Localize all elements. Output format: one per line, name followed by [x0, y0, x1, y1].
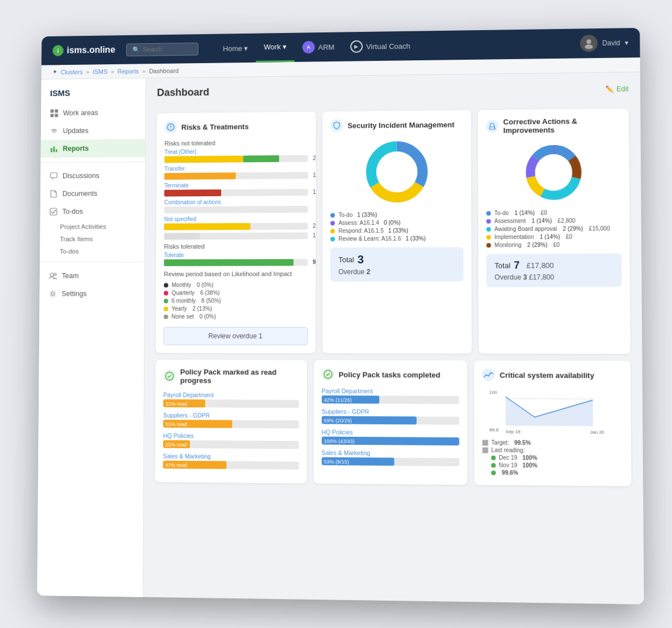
logo-icon: i: [52, 45, 63, 56]
corrective-legend: To-do1 (14%)£0 Assessment1 (14%)£2,800 A…: [486, 209, 621, 248]
nav-virtual-coach[interactable]: ▶ Virtual Coach: [342, 39, 418, 53]
sidebar-item-documents[interactable]: Documents: [40, 184, 145, 203]
nav-arm[interactable]: A ARM: [294, 40, 342, 53]
sidebar-item-reports[interactable]: Reports: [41, 139, 146, 158]
svg-text:Sep 19: Sep 19: [506, 429, 521, 434]
sidebar-title: ISMS: [41, 87, 145, 104]
svg-point-16: [170, 129, 171, 130]
terminate-label[interactable]: Terminate: [164, 181, 308, 189]
policy-tasks-title: Policy Pack tasks completed: [339, 370, 441, 379]
transfer-label[interactable]: Transfer: [164, 164, 308, 172]
treat-other-label[interactable]: Treat (Other): [164, 148, 308, 155]
svg-rect-9: [51, 173, 57, 178]
tasks-sales: Sales & Marketing 53% (8/15): [321, 449, 459, 466]
bar-treat-other: Treat (Other) 2: [164, 148, 308, 163]
corrective-total-box: Total 7£17,800 Overdue 3 £17,800: [487, 254, 622, 287]
wifi-icon: [49, 126, 59, 135]
sidebar-item-team[interactable]: Team: [40, 267, 144, 285]
security-card-header: Security Incident Management: [330, 118, 463, 132]
search-input[interactable]: [143, 46, 193, 53]
policy-read-suppliers: Suppliers - GDPR 51% read: [163, 412, 299, 428]
browser-window: i isms.online 🔍 Dashboard Home ▾ Work ▾ …: [37, 28, 644, 605]
svg-rect-4: [51, 114, 54, 117]
tolerate-label[interactable]: Tolerate: [164, 251, 308, 258]
security-title: Security Incident Management: [347, 120, 454, 130]
risks-icon: [164, 121, 177, 134]
policy-read-title: Policy Pack marked as read progress: [180, 367, 299, 385]
barchart-icon: [49, 144, 59, 154]
svg-rect-2: [51, 109, 54, 113]
policy-read-payroll: Payroll Department 31% read: [163, 391, 299, 408]
review-period: Monthly0 (0%) Quarterly6 (38%) 6 monthly…: [164, 282, 308, 320]
not-specified-label[interactable]: Not specified: [164, 216, 308, 222]
people-icon: [48, 271, 57, 280]
nav-work[interactable]: Work ▾: [256, 33, 294, 63]
svg-point-21: [376, 151, 417, 192]
play-icon: ▶: [350, 40, 363, 53]
tolerated-label: Risks tolerated: [164, 242, 308, 250]
user-area[interactable]: David ▾: [580, 34, 629, 52]
security-total-box: Total 3 Overdue 2: [330, 247, 463, 282]
risks-title: Risks & Treatments: [181, 122, 249, 131]
breadcrumb-current: Dashboard: [149, 67, 179, 74]
security-legend: To-do1 (33%) Assess: A16.1.40 (0%) Respo…: [330, 211, 463, 242]
sidebar-item-todos[interactable]: To-dos: [40, 203, 145, 221]
cards-row-2: Policy Pack marked as read progress Payr…: [155, 360, 632, 486]
review-overdue-button[interactable]: Review overdue 1: [164, 327, 308, 345]
pencil-icon: ✏️: [605, 85, 614, 93]
svg-text:89.8: 89.8: [490, 427, 499, 432]
corrective-donut: [486, 141, 621, 204]
security-incident-card: Security Incident Management: [322, 110, 472, 353]
sidebar-team-label: Team: [62, 272, 79, 280]
corrective-card-header: Corrective Actions & Improvements: [486, 117, 621, 135]
sidebar-discussions-label: Discussions: [63, 172, 99, 180]
policy-tasks-icon: [322, 368, 334, 381]
policy-read-icon: [163, 370, 176, 382]
nav-home[interactable]: Dashboard Home ▾: [215, 34, 256, 63]
critical-chart: 100 89.8 Sep 19 Jan 20: [483, 388, 623, 435]
corrective-icon: [486, 120, 499, 133]
sidebar-sub-track-items[interactable]: Track Items: [40, 233, 144, 245]
policy-tasks-header: Policy Pack tasks completed: [322, 368, 459, 381]
sidebar-sub-todos[interactable]: To-dos: [40, 245, 144, 257]
sidebar-item-settings[interactable]: Settings: [40, 285, 144, 303]
breadcrumb-clusters[interactable]: Clusters: [61, 68, 83, 75]
check-icon: [49, 207, 58, 216]
policy-read-header: Policy Pack marked as read progress: [163, 367, 298, 385]
bar-combination: Combination of actions: [164, 199, 308, 213]
tasks-hq: HQ Policies 100% (43/43): [321, 428, 459, 445]
nav-links: Dashboard Home ▾ Work ▾ A ARM ▶ Virtual …: [215, 29, 569, 63]
file-icon: [49, 189, 58, 199]
edit-button[interactable]: ✏️ Edit: [605, 85, 629, 93]
svg-marker-36: [506, 397, 594, 427]
combination-label[interactable]: Combination of actions: [164, 199, 308, 205]
sidebar-todos-label: To-dos: [62, 208, 83, 216]
sidebar-documents-label: Documents: [63, 189, 97, 197]
main-content: Dashboard ✏️ Edit Risks & Treatments: [143, 72, 644, 604]
gear-icon: [48, 290, 57, 299]
cards-row-1: Risks & Treatments Risks not tolerated T…: [156, 109, 630, 354]
breadcrumb-isms[interactable]: ISMS: [93, 68, 107, 75]
bar-not-specified: Not specified 2: [164, 216, 308, 230]
arm-badge: A: [302, 41, 315, 53]
sidebar-sub-project-activities[interactable]: Project Activities: [40, 220, 145, 233]
sidebar-updates-label: Updates: [63, 127, 89, 135]
svg-rect-5: [55, 114, 58, 117]
svg-point-12: [54, 273, 56, 275]
edit-label: Edit: [616, 85, 628, 93]
sidebar-item-workareas[interactable]: Work areas: [41, 104, 145, 122]
breadcrumb-reports[interactable]: Reports: [118, 68, 139, 75]
logo[interactable]: i isms.online: [52, 44, 115, 56]
sidebar-item-updates[interactable]: Updates: [41, 121, 146, 140]
bar-tolerate: Tolerate 9: [164, 251, 308, 266]
svg-point-1: [585, 44, 593, 49]
svg-line-37: [506, 399, 594, 399]
sidebar-item-discussions[interactable]: Discussions: [40, 167, 145, 185]
corrective-actions-card: Corrective Actions & Improvements: [478, 109, 630, 354]
corrective-title: Corrective Actions & Improvements: [503, 117, 621, 135]
bar-transfer: Transfer 1: [164, 164, 308, 180]
sidebar-workareas-label: Work areas: [63, 109, 98, 117]
tasks-suppliers: Suppliers - GDPR 69% (20/29): [322, 408, 460, 424]
sidebar-settings-label: Settings: [61, 290, 86, 298]
search-box[interactable]: 🔍: [126, 42, 198, 56]
